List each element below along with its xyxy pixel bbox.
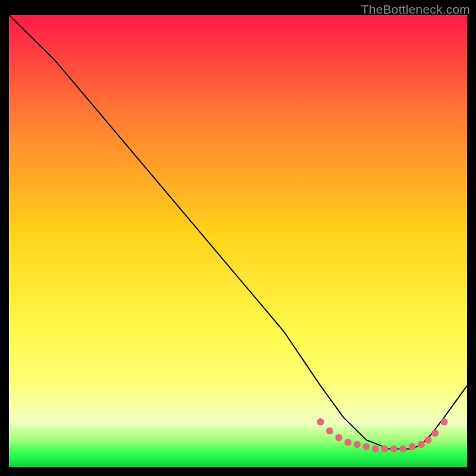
gradient-background <box>9 15 467 467</box>
watermark-text: TheBottleneck.com <box>361 2 470 17</box>
sweet-spot-dot <box>363 443 370 450</box>
sweet-spot-dot <box>372 446 379 453</box>
sweet-spot-dot <box>431 430 439 437</box>
sweet-spot-dot <box>409 443 416 450</box>
sweet-spot-dot <box>418 441 425 448</box>
plot-svg <box>9 15 467 467</box>
sweet-spot-dot <box>326 427 333 434</box>
sweet-spot-dot <box>353 441 361 448</box>
sweet-spot-dot <box>390 446 397 453</box>
sweet-spot-dot <box>399 446 406 453</box>
sweet-spot-dot <box>335 434 342 441</box>
plot-area <box>9 15 467 467</box>
sweet-spot-dot <box>317 418 324 425</box>
sweet-spot-dot <box>381 446 388 453</box>
sweet-spot-dot <box>441 418 448 425</box>
sweet-spot-dot <box>345 439 352 446</box>
chart-frame: TheBottleneck.com <box>0 0 476 476</box>
sweet-spot-dot <box>425 436 432 443</box>
